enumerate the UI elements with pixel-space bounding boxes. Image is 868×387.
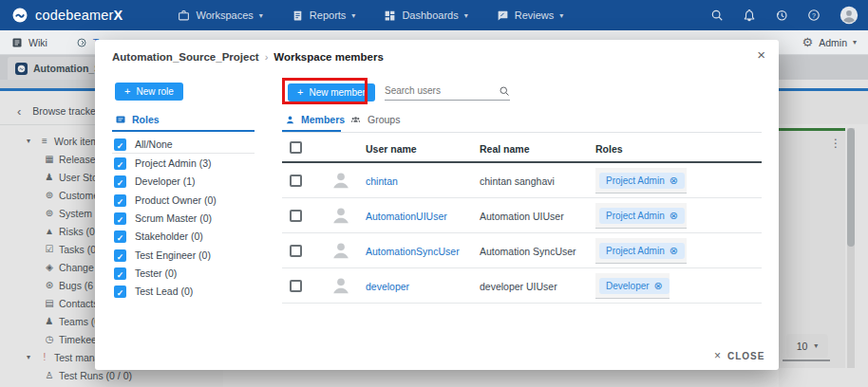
- role-label: All/None: [135, 138, 173, 150]
- remove-role-icon[interactable]: ⊗: [670, 175, 678, 186]
- user-name-link[interactable]: developer: [366, 281, 409, 292]
- button-label: New role: [136, 86, 173, 97]
- role-checkbox[interactable]: ✓: [114, 157, 126, 170]
- role-filter-stakeholder: ✓ Stakeholder (0): [114, 229, 203, 244]
- user-name-link[interactable]: AutomationSyncUser: [366, 246, 460, 257]
- tab-label: Members: [301, 114, 345, 125]
- role-filter-project-admin: ✓ Project Admin (3): [114, 156, 212, 171]
- role-chip-label: Project Admin: [606, 211, 665, 221]
- role-label: Tester (0): [135, 267, 177, 279]
- row-checkbox[interactable]: [290, 280, 302, 292]
- remove-role-icon[interactable]: ⊗: [670, 246, 678, 256]
- search-icon[interactable]: [499, 85, 510, 97]
- real-name: chintan sanghavi: [480, 175, 555, 187]
- role-chip: Project Admin ⊗: [599, 173, 685, 189]
- chevron-down-icon: ▾: [853, 38, 857, 46]
- toolbar-item-label: Wiki: [28, 37, 47, 48]
- role-label: Scrum Master (0): [135, 212, 212, 224]
- role-filter-tester: ✓ Tester (0): [114, 266, 177, 281]
- roles-field[interactable]: Developer ⊗: [595, 273, 670, 299]
- user-avatar[interactable]: [840, 6, 859, 25]
- role-checkbox[interactable]: ✓: [114, 286, 126, 298]
- button-label: New member: [309, 87, 365, 98]
- dialog-breadcrumb: Automation_Source_Project › Workspace me…: [112, 51, 384, 63]
- brand-name: codebeamerX: [35, 8, 123, 23]
- tab-members[interactable]: Members: [285, 114, 345, 125]
- trackers-icon: [76, 37, 87, 48]
- chevron-down-icon: ▾: [559, 11, 563, 20]
- role-checkbox[interactable]: ✓: [114, 175, 126, 188]
- search-users-input[interactable]: [385, 85, 499, 96]
- tab-roles[interactable]: Roles: [115, 114, 160, 125]
- check-icon: ✓: [117, 252, 124, 262]
- table-row: developer developer UIUser Developer ⊗: [282, 268, 762, 304]
- column-header-real-name[interactable]: Real name: [480, 143, 530, 155]
- remove-role-icon[interactable]: ⊗: [670, 211, 678, 221]
- roles-card-icon: [115, 114, 126, 125]
- dashboard-grid-icon: [384, 9, 396, 22]
- workspace-members-dialog: Automation_Source_Project › Workspace me…: [95, 40, 779, 370]
- check-icon: ✓: [117, 197, 124, 207]
- table-row: AutomationSyncUser Automation SyncUser P…: [282, 233, 762, 268]
- role-label: Stakeholder (0): [135, 230, 203, 242]
- roles-field[interactable]: Project Admin ⊗: [595, 203, 687, 229]
- real-name: Automation SyncUser: [480, 246, 576, 257]
- roles-field[interactable]: Project Admin ⊗: [595, 238, 687, 264]
- roles-field[interactable]: Project Admin ⊗: [595, 168, 687, 194]
- menu-workspaces[interactable]: Workspaces ▾: [178, 9, 262, 22]
- table-row: chintan chintan sanghavi Project Admin ⊗: [282, 163, 762, 198]
- avatar: [330, 240, 351, 261]
- user-name-link[interactable]: chintan: [366, 175, 398, 187]
- role-label: Product Owner (0): [135, 194, 217, 206]
- tab-label: Groups: [368, 114, 400, 125]
- menu-reports[interactable]: Reports ▾: [292, 9, 356, 22]
- gear-icon: ⚙: [802, 35, 814, 49]
- topbar-icons: ?: [710, 6, 859, 25]
- role-checkbox[interactable]: ✓: [114, 230, 126, 243]
- row-checkbox[interactable]: [290, 245, 302, 257]
- role-checkbox[interactable]: ✓: [114, 267, 126, 280]
- role-label: Test Lead (0): [135, 286, 193, 297]
- chevron-down-icon: ▾: [351, 11, 355, 20]
- column-header-roles[interactable]: Roles: [595, 143, 623, 155]
- role-chip-label: Project Admin: [606, 246, 665, 256]
- column-header-user-name[interactable]: User name: [366, 143, 417, 155]
- help-icon[interactable]: ?: [807, 9, 821, 22]
- menu-reviews[interactable]: Reviews ▾: [497, 9, 564, 22]
- role-checkbox[interactable]: ✓: [114, 138, 126, 151]
- role-filter-developer: ✓ Developer (1): [114, 174, 196, 189]
- select-all-checkbox[interactable]: [290, 141, 302, 154]
- toolbar-item-wiki[interactable]: Wiki: [11, 37, 47, 48]
- user-name-link[interactable]: AutomationUIUser: [366, 211, 447, 222]
- new-role-button[interactable]: + New role: [115, 83, 183, 101]
- history-icon[interactable]: [775, 9, 788, 22]
- breadcrumb-project[interactable]: Automation_Source_Project: [112, 51, 259, 63]
- role-checkbox[interactable]: ✓: [114, 249, 126, 262]
- menu-label: Reports: [310, 9, 347, 21]
- role-filter-scrum-master: ✓ Scrum Master (0): [114, 211, 212, 226]
- menu-dashboards[interactable]: Dashboards ▾: [384, 9, 467, 22]
- role-checkbox[interactable]: ✓: [114, 194, 126, 207]
- close-button[interactable]: × CLOSE: [714, 349, 764, 362]
- row-checkbox[interactable]: [290, 210, 302, 222]
- check-icon: ✓: [117, 270, 124, 280]
- search-icon[interactable]: [710, 9, 724, 22]
- admin-menu[interactable]: ⚙ Admin ▾: [802, 35, 857, 49]
- search-users-field: [385, 82, 510, 101]
- plus-icon: +: [297, 87, 303, 98]
- tab-label: Roles: [132, 114, 160, 125]
- role-label: Project Admin (3): [135, 157, 212, 169]
- check-icon: ✓: [117, 160, 124, 170]
- avatar: [330, 170, 351, 191]
- row-checkbox[interactable]: [290, 175, 302, 187]
- notifications-bell-icon[interactable]: [743, 9, 756, 22]
- top-navigation-bar: codebeamerX Workspaces ▾ Reports ▾ Dashb…: [0, 0, 868, 30]
- remove-role-icon[interactable]: ⊗: [654, 281, 663, 291]
- role-filter-all-none: ✓ All/None: [114, 137, 173, 152]
- wiki-document-icon: [11, 37, 23, 48]
- tab-groups[interactable]: Groups: [349, 114, 400, 125]
- close-icon[interactable]: ×: [757, 47, 765, 62]
- brand-logo[interactable]: codebeamerX: [11, 7, 123, 24]
- new-member-button[interactable]: + New member: [288, 83, 375, 101]
- role-checkbox[interactable]: ✓: [114, 212, 126, 225]
